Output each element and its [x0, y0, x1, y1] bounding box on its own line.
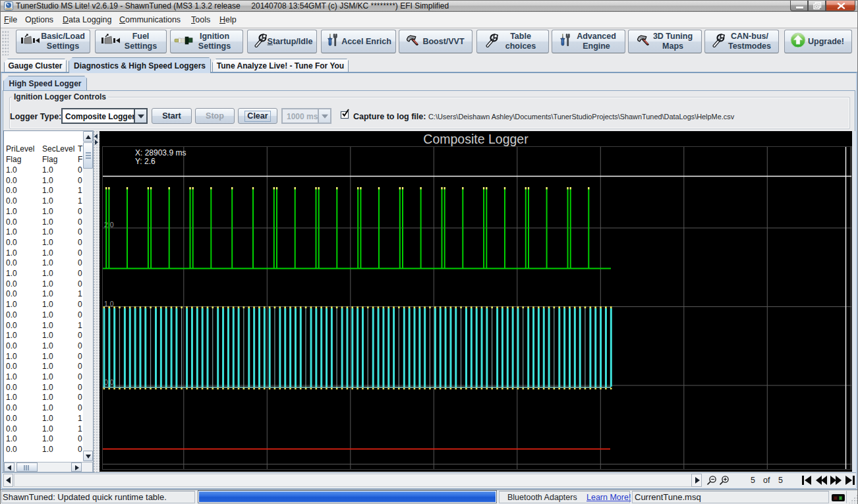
- svg-text:X: 28903.9 ms: X: 28903.9 ms: [135, 148, 186, 157]
- svg-text:Composite Logger: Composite Logger: [423, 132, 529, 146]
- svg-text:1.0: 1.0: [104, 300, 114, 308]
- svg-text:Y: 2.6: Y: 2.6: [135, 157, 156, 166]
